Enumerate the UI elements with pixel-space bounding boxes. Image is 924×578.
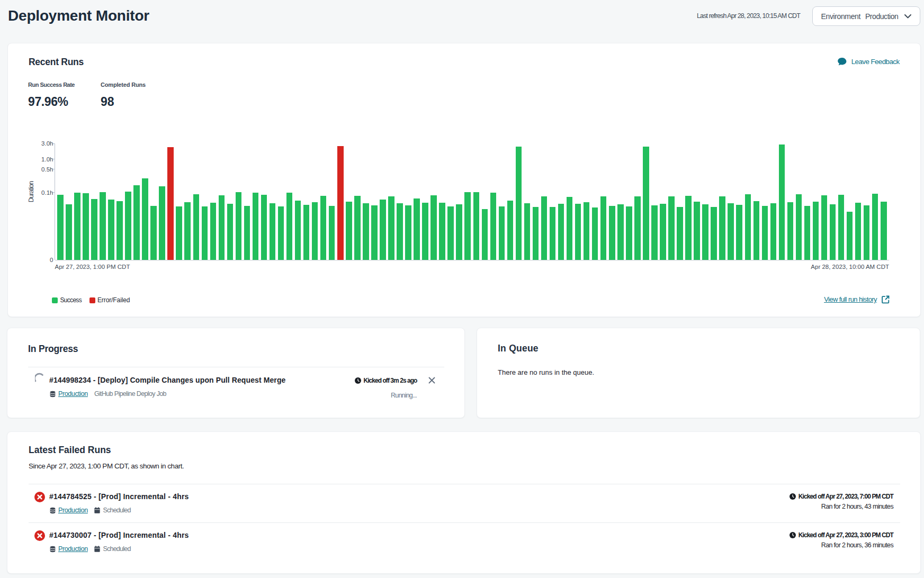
svg-text:0.1h: 0.1h <box>41 189 53 196</box>
svg-text:Apr 27, 2023, 1:00 PM CDT: Apr 27, 2023, 1:00 PM CDT <box>55 264 130 270</box>
svg-text:1.0h: 1.0h <box>41 156 53 162</box>
svg-text:0.5h: 0.5h <box>41 166 53 173</box>
svg-text:Apr 28, 2023, 10:00 AM CDT: Apr 28, 2023, 10:00 AM CDT <box>811 264 889 270</box>
svg-text:Duration: Duration <box>28 181 35 203</box>
svg-text:3.0h: 3.0h <box>41 140 53 147</box>
svg-text:0: 0 <box>50 257 53 263</box>
